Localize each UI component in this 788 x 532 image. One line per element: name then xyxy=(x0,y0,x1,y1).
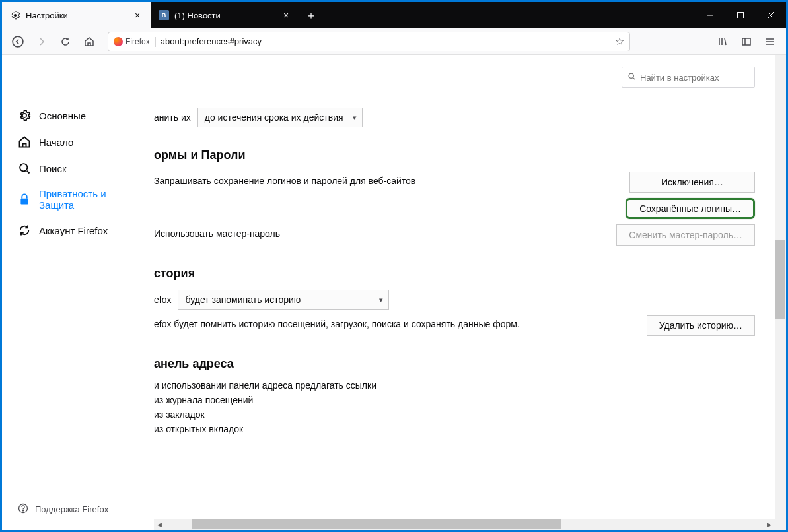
forward-button[interactable] xyxy=(31,31,52,52)
history-mode-dropdown[interactable]: будет запоминать историю xyxy=(178,290,389,310)
tab-settings[interactable]: Настройки × xyxy=(2,2,151,28)
svg-line-19 xyxy=(633,78,635,79)
history-prefix-fragment: efox xyxy=(154,294,171,305)
identity-box[interactable]: Firefox xyxy=(114,37,150,46)
maximize-button[interactable] xyxy=(725,2,756,28)
use-master-password-checkbox[interactable]: Использовать мастер-пароль xyxy=(154,224,280,239)
gear-icon xyxy=(10,10,20,20)
support-label: Поддержка Firefox xyxy=(35,504,108,514)
svg-point-17 xyxy=(23,510,24,511)
back-button[interactable] xyxy=(7,31,28,52)
gear-icon xyxy=(18,109,31,122)
change-master-password-button: Сменить мастер-пароль… xyxy=(616,224,755,246)
clear-history-button[interactable]: Удалить историю… xyxy=(647,315,755,336)
url-bar[interactable]: Firefox | about:preferences#privacy ☆ xyxy=(108,32,630,51)
minimize-button[interactable] xyxy=(695,2,725,28)
sidebar-button[interactable] xyxy=(736,31,757,52)
sidebar-item-home[interactable]: Начало xyxy=(2,129,154,155)
close-icon[interactable]: × xyxy=(132,10,143,20)
tab-label: (1) Новости xyxy=(174,11,275,20)
search-icon xyxy=(627,72,636,83)
support-link[interactable]: Поддержка Firefox xyxy=(2,495,154,530)
vertical-scrollbar[interactable] xyxy=(775,55,786,519)
url-text: about:preferences#privacy xyxy=(161,36,611,46)
search-input[interactable]: Найти в настройках xyxy=(622,67,755,88)
main-panel: Найти в настройках анить их до истечения… xyxy=(154,55,786,530)
addressbar-intro: и использовании панели адреса предлагать… xyxy=(154,380,755,391)
bookmark-star-icon[interactable]: ☆ xyxy=(615,35,624,48)
search-icon xyxy=(18,162,31,175)
library-button[interactable] xyxy=(712,31,733,52)
forms-passwords-heading: ормы и Пароли xyxy=(154,149,755,162)
close-icon[interactable]: × xyxy=(281,10,291,20)
close-window-button[interactable] xyxy=(756,2,786,28)
history-description: efox будет помнить историю посещений, за… xyxy=(154,319,520,329)
scrollbar-thumb[interactable] xyxy=(775,240,785,319)
svg-line-7 xyxy=(725,38,726,45)
ask-save-logins-checkbox[interactable]: Запрашивать сохранение логинов и паролей… xyxy=(154,172,415,186)
new-tab-button[interactable]: ＋ xyxy=(299,2,323,28)
sidebar-item-privacy[interactable]: Приватность и Защита xyxy=(2,182,154,217)
sidebar-item-general[interactable]: Основные xyxy=(2,102,154,129)
svg-rect-15 xyxy=(20,199,28,205)
scrollbar-thumb[interactable] xyxy=(192,519,561,529)
sidebar-item-label: Основные xyxy=(39,110,86,121)
svg-line-14 xyxy=(27,171,30,174)
suggest-opentabs-checkbox[interactable]: из открытых вкладок xyxy=(154,424,755,434)
svg-point-4 xyxy=(13,36,23,47)
tab-vk-news[interactable]: B (1) Новости × xyxy=(151,2,299,28)
tab-label: Настройки xyxy=(26,11,127,20)
content-area: Основные Начало Поиск Приватность и Защи… xyxy=(2,55,786,530)
svg-rect-8 xyxy=(742,38,750,45)
help-icon xyxy=(18,503,28,515)
horizontal-scrollbar[interactable]: ◀ ▶ xyxy=(154,519,775,530)
titlebar: Настройки × B (1) Новости × ＋ xyxy=(2,2,786,28)
sync-icon xyxy=(18,224,31,237)
home-icon xyxy=(18,135,31,149)
home-button[interactable] xyxy=(79,31,100,52)
navigation-toolbar: Firefox | about:preferences#privacy ☆ xyxy=(2,28,786,55)
sidebar-item-label: Аккаунт Firefox xyxy=(39,225,108,236)
menu-button[interactable] xyxy=(760,31,781,52)
history-heading: стория xyxy=(154,267,755,281)
svg-point-18 xyxy=(629,73,633,78)
suggest-bookmarks-checkbox[interactable]: из закладок xyxy=(154,409,755,420)
keep-until-label-fragment: анить их xyxy=(154,112,191,123)
lock-icon xyxy=(18,193,31,206)
svg-point-13 xyxy=(20,164,27,171)
scrollbar-corner xyxy=(775,519,786,530)
sidebar-item-label: Поиск xyxy=(39,163,67,174)
firefox-icon xyxy=(114,37,123,46)
svg-rect-1 xyxy=(738,13,744,18)
sidebar-item-label: Приватность и Защита xyxy=(39,188,142,211)
keep-until-dropdown[interactable]: до истечения срока их действия xyxy=(197,108,363,127)
saved-logins-button[interactable]: Сохранённые логины… xyxy=(626,198,755,219)
reload-button[interactable] xyxy=(55,31,76,52)
sidebar-item-search[interactable]: Поиск xyxy=(2,155,154,182)
scroll-right-icon[interactable]: ▶ xyxy=(764,519,775,530)
vk-icon: B xyxy=(159,10,169,20)
identity-label: Firefox xyxy=(125,37,150,46)
scroll-left-icon[interactable]: ◀ xyxy=(154,519,165,530)
sidebar-item-sync[interactable]: Аккаунт Firefox xyxy=(2,217,154,244)
suggest-history-checkbox[interactable]: из журнала посещений xyxy=(154,395,755,405)
sidebar-item-label: Начало xyxy=(39,137,73,148)
categories-sidebar: Основные Начало Поиск Приватность и Защи… xyxy=(2,55,154,530)
search-placeholder: Найти в настройках xyxy=(640,73,719,83)
window-controls xyxy=(695,2,786,28)
exceptions-button[interactable]: Исключения… xyxy=(629,172,755,193)
separator: | xyxy=(154,36,157,48)
browser-window: Настройки × B (1) Новости × ＋ Firefox xyxy=(0,0,788,532)
tab-strip: Настройки × B (1) Новости × ＋ xyxy=(2,2,695,28)
addressbar-heading: анель адреса xyxy=(154,357,755,371)
